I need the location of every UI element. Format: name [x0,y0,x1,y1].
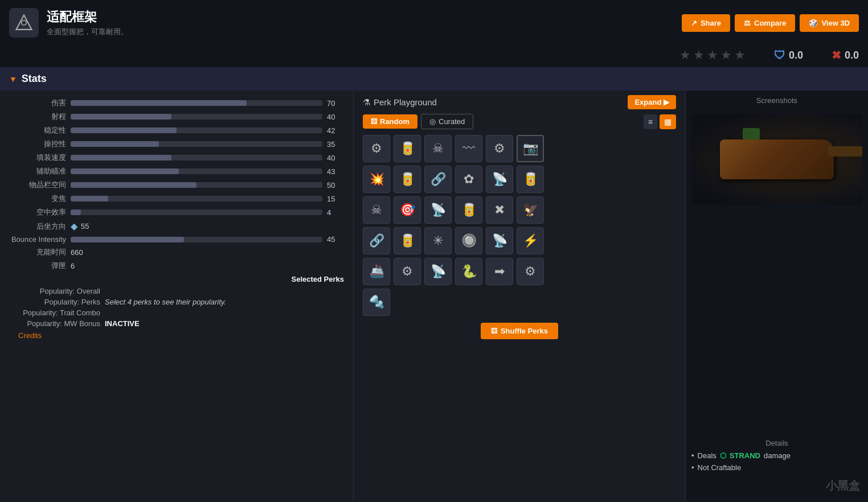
header: 适配框架 全面型握把，可靠耐用。 ↗ Share ⚖ Compare 🎲 Vie… [0,0,868,46]
stat-value-magazine: 6 [71,262,75,270]
stat-row-zoom: 变焦 15 [0,192,353,205]
perk-icon-4-2[interactable]: ✳ [424,227,452,254]
stats-header[interactable]: ▼ Stats [0,67,868,90]
perk-icon-2-0[interactable]: 📡 [486,166,513,193]
stat-bar-inventory [71,182,322,188]
stat-bar-reload [71,155,322,161]
view-list-button[interactable]: ≡ [644,114,657,129]
share-button[interactable]: ↗ Share [682,14,730,32]
perk-icon-0-4[interactable]: ⚙ [486,135,513,162]
perk-icon-8-0[interactable]: 🔩 [363,289,390,316]
perk-icon-3-3[interactable]: 🦅 [517,196,544,224]
popularity-perks-label: Popularity: Perks [9,298,100,306]
perk-icon-7-0[interactable]: ⚙ [517,258,544,285]
stat-row-recoil: 后坐方向 ◆ 55 [0,219,353,233]
perk-icon-1-1[interactable]: 🥫 [394,166,421,193]
popularity-mw-row: Popularity: MW Bonus INACTIVE [0,318,353,329]
perk-icon-3-1[interactable]: 🥫 [455,196,482,224]
perk-icon-6-3[interactable]: ➡ [486,258,513,285]
perk-panel: ⚗ Perk Playground Expand ▶ ⚄ Random ◎ Cu… [353,90,686,501]
detail-item-craftable: • Not Craftable [691,462,862,474]
perk-icon-2-1[interactable]: 🥫 [517,166,544,193]
perk-icon-0-3[interactable]: 〰 [455,135,482,162]
stat-special-recoil: ◆ 55 [71,221,89,232]
perk-icon-4-0[interactable]: 🔗 [363,227,390,254]
stat-bar-damage [71,100,322,106]
perk-icon-6-0[interactable]: 📡 [424,258,452,285]
perk-icon-2-2[interactable]: ☠ [363,196,390,224]
gun-scope [743,128,760,139]
shuffle-row: ⚄ Shuffle Perks [363,323,676,339]
star-rating[interactable]: ★ ★ ★ ★ ★ [679,48,746,63]
perk-icon-1-3[interactable]: ✿ [455,166,482,193]
right-panel: Screenshots Details • Deals ⬡ STRAND dam… [686,90,868,501]
popularity-overall-row: Popularity: Overall [0,286,353,297]
perk-icon-2-3[interactable]: 🎯 [394,196,421,224]
perk-icon-3-0[interactable]: 📡 [424,196,452,224]
perk-title-text: Perk Playground [374,97,437,107]
star-1[interactable]: ★ [679,48,691,63]
compare-button[interactable]: ⚖ Compare [735,14,795,32]
random-icon: ⚄ [371,117,377,126]
star-3[interactable]: ★ [707,48,718,63]
stat-label-aim: 辅助瞄准 [9,166,66,176]
perk-icon-4-1[interactable]: 🥫 [394,227,421,254]
stat-label-range: 射程 [9,112,66,122]
random-label: Random [380,117,410,126]
stat-bar-airborne [71,209,322,215]
view-buttons: ≡ ▦ [644,114,676,129]
perk-icon-4-3[interactable]: 🔘 [455,227,482,254]
stat-label-inventory: 物品栏空间 [9,180,66,190]
stat-label-charge: 充能时间 [9,247,66,257]
diamond-icon: ◆ [71,221,77,232]
star-4[interactable]: ★ [720,48,732,63]
perk-icon-1-2[interactable]: 🔗 [424,166,452,193]
details-list: • Deals ⬡ STRAND damage • Not Craftable [691,447,862,476]
stat-bar-zoom [71,196,322,201]
stat-bar-stability [71,127,322,133]
svg-marker-0 [16,15,31,30]
perk-icon-0-2[interactable]: ☠ [424,135,452,162]
stat-value-stability: 42 [327,126,344,135]
stat-value-airborne: 4 [327,208,344,217]
perk-icon-1-0[interactable]: 💥 [363,166,390,193]
expand-button[interactable]: Expand ▶ [628,95,676,109]
perk-slot-0-5[interactable]: 📷 [517,135,544,162]
stat-value-inventory: 50 [327,181,344,190]
stat-bar-aim [71,168,322,174]
perk-icon-5-1[interactable]: ⚡ [517,227,544,254]
stats-title: Stats [22,73,47,85]
tab-random[interactable]: ⚄ Random [363,114,417,129]
perk-icon-5-3[interactable]: ⚙ [394,258,421,285]
logo [9,8,39,38]
stats-panel: 伤害 70 射程 40 稳定性 42 操控性 35 [0,90,353,501]
star-5[interactable]: ★ [734,48,746,63]
tab-curated[interactable]: ◎ Curated [421,114,473,129]
header-text: 适配框架 全面型握把，可靠耐用。 [47,9,674,37]
credits-link[interactable]: Credits [9,329,51,342]
stat-row-bounce: Bounce Intensity 45 [0,233,353,245]
view3d-button[interactable]: 🎲 View 3D [800,14,859,32]
perk-icon-5-0[interactable]: 📡 [486,227,513,254]
stat-row-reload: 填装速度 40 [0,151,353,164]
perk-icon-0-0[interactable]: ⚙ [363,135,390,162]
view-grid-button[interactable]: ▦ [660,114,676,129]
stat-row-range: 射程 40 [0,110,353,124]
curated-icon: ◎ [429,117,436,126]
stat-row-damage: 伤害 70 [0,96,353,110]
shuffle-button[interactable]: ⚄ Shuffle Perks [481,323,558,339]
stat-value-bounce: 45 [327,235,344,244]
perk-icon-3-2[interactable]: ✖ [486,196,513,224]
crosshair-icon: ✖ [832,48,841,62]
perk-icon-6-2[interactable]: 🐍 [455,258,482,285]
stat-label-reload: 填装速度 [9,153,66,163]
stat-label-zoom: 变焦 [9,194,66,204]
header-subtitle: 全面型握把，可靠耐用。 [47,27,674,37]
stat-row-magazine: 弹匣 6 [0,259,353,273]
chevron-icon: ▼ [9,75,17,84]
star-2[interactable]: ★ [693,48,705,63]
perk-icon-5-2[interactable]: 🚢 [363,258,390,285]
share-icon: ↗ [691,19,697,27]
perk-icon-0-1[interactable]: 🥫 [394,135,421,162]
perk-playground-header: ⚗ Perk Playground Expand ▶ [363,95,676,109]
